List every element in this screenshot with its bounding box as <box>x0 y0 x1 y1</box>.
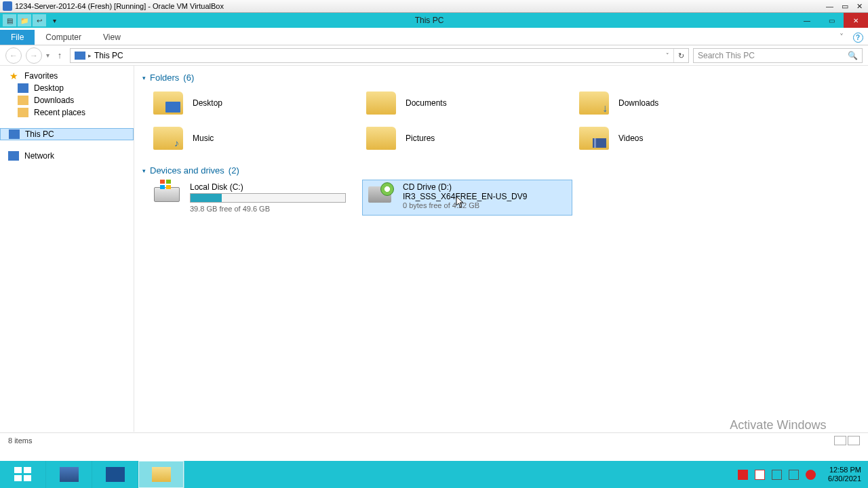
chevron-right-icon[interactable]: ▸ <box>88 52 92 59</box>
status-bar: 8 items <box>0 432 868 447</box>
folder-icon <box>578 89 610 117</box>
folder-videos[interactable]: Videos <box>575 122 785 155</box>
this-pc-icon <box>9 129 20 139</box>
tray-security-icon[interactable] <box>738 470 748 480</box>
virtualbox-window-controls: — ▭ ✕ <box>823 2 865 11</box>
maximize-button[interactable]: ▭ <box>819 13 844 28</box>
qat-newfolder-button[interactable]: 📁 <box>18 14 31 26</box>
forward-button[interactable]: → <box>26 47 42 64</box>
folder-icon <box>152 125 184 152</box>
minimize-button[interactable]: — <box>795 13 819 28</box>
qat-customize-button[interactable]: ▾ <box>47 14 61 26</box>
server-manager-icon <box>60 467 79 482</box>
folder-downloads[interactable]: Downloads <box>575 87 785 119</box>
clock-date: 6/30/2021 <box>828 474 861 483</box>
tray-network-icon[interactable] <box>789 470 799 480</box>
navigation-pane: ★ Favorites Desktop Downloads Recent pla… <box>0 66 134 432</box>
drive-label: CD Drive (D:)IR3_SSS_X64FREE_EN-US_DV90 … <box>403 182 570 209</box>
search-icon: 🔍 <box>848 51 858 60</box>
sidebar-item-network[interactable]: Network <box>0 150 134 162</box>
drive-label: Local Disk (C:)39.8 GB free of 49.6 GB <box>190 182 357 213</box>
sidebar-item-desktop[interactable]: Desktop <box>0 82 134 94</box>
group-count: (6) <box>183 73 194 83</box>
vb-close-button[interactable]: ✕ <box>856 2 863 11</box>
ribbon-expand-button[interactable]: ˅ <box>835 31 848 43</box>
drive-icon <box>152 182 182 207</box>
taskbar-server-manager[interactable] <box>46 461 92 488</box>
folder-label: Pictures <box>406 134 435 143</box>
drives-grid: Local Disk (C:)39.8 GB free of 49.6 GBCD… <box>141 178 861 222</box>
tab-file[interactable]: File <box>0 30 35 45</box>
explorer-titlebar: ▤ 📁 ↩ ▾ This PC — ▭ ✕ <box>0 13 868 28</box>
breadcrumb-this-pc[interactable]: This PC <box>94 51 123 60</box>
folder-desktop[interactable]: Desktop <box>149 87 359 119</box>
sidebar-item-label: Recent places <box>34 108 85 117</box>
sidebar-item-label: Downloads <box>34 96 74 105</box>
qat-undo-button[interactable]: ↩ <box>33 14 46 26</box>
start-button[interactable] <box>0 461 46 488</box>
up-button[interactable]: ↑ <box>54 50 66 60</box>
group-header-folders[interactable]: ▾ Folders (6) <box>141 68 861 85</box>
content-pane[interactable]: ▾ Folders (6) DesktopDocumentsDownloadsM… <box>134 66 868 432</box>
main-pane: ★ Favorites Desktop Downloads Recent pla… <box>0 66 868 432</box>
sidebar-item-label: This PC <box>25 129 54 139</box>
tab-computer[interactable]: Computer <box>35 30 92 45</box>
folder-icon <box>365 125 397 152</box>
folder-documents[interactable]: Documents <box>362 87 572 119</box>
desktop-icon <box>18 83 28 93</box>
address-dropdown-button[interactable]: ˅ <box>662 52 673 59</box>
folder-label: Documents <box>406 98 447 108</box>
folder-icon <box>365 89 397 117</box>
folders-grid: DesktopDocumentsDownloadsMusicPicturesVi… <box>141 85 861 161</box>
search-placeholder: Search This PC <box>698 51 755 60</box>
folder-label: Music <box>193 134 214 143</box>
sidebar-item-this-pc[interactable]: This PC <box>0 128 134 140</box>
qat-properties-button[interactable]: ▤ <box>3 14 16 26</box>
tray-volume-icon[interactable] <box>806 470 816 480</box>
refresh-button[interactable]: ↻ <box>673 49 688 62</box>
drive-icon <box>365 182 395 207</box>
star-icon: ★ <box>8 71 19 81</box>
address-bar[interactable]: ▸ This PC ˅ ↻ <box>70 48 689 63</box>
virtualbox-icon <box>3 1 12 11</box>
sidebar-favorites[interactable]: ★ Favorites <box>0 70 134 82</box>
tray-server-icon[interactable] <box>772 470 782 480</box>
taskbar-clock[interactable]: 12:58 PM 6/30/2021 <box>823 466 867 483</box>
view-tiles-button[interactable] <box>848 436 860 445</box>
ribbon-tabs: File Computer View ˅ ? <box>0 28 868 45</box>
close-button[interactable]: ✕ <box>844 13 868 28</box>
drive-item[interactable]: CD Drive (D:)IR3_SSS_X64FREE_EN-US_DV90 … <box>362 180 572 216</box>
navigation-bar: ← → ▾ ↑ ▸ This PC ˅ ↻ Search This PC 🔍 <box>0 45 868 66</box>
powershell-icon <box>106 467 125 482</box>
this-pc-icon <box>75 52 85 60</box>
collapse-icon: ▾ <box>142 167 146 174</box>
folder-icon <box>18 96 28 105</box>
folder-pictures[interactable]: Pictures <box>362 122 572 155</box>
collapse-icon: ▾ <box>142 75 146 81</box>
sidebar-favorites-label: Favorites <box>24 71 58 81</box>
folder-music[interactable]: Music <box>149 122 359 155</box>
search-input[interactable]: Search This PC 🔍 <box>693 48 863 63</box>
drive-item[interactable]: Local Disk (C:)39.8 GB free of 49.6 GB <box>149 180 359 216</box>
group-header-drives[interactable]: ▾ Devices and drives (2) <box>141 161 861 178</box>
group-count: (2) <box>229 165 239 176</box>
clock-time: 12:58 PM <box>828 466 861 474</box>
view-details-button[interactable] <box>834 436 846 445</box>
folder-icon <box>578 125 610 152</box>
taskbar-file-explorer[interactable] <box>138 461 184 488</box>
status-item-count: 8 items <box>8 436 32 445</box>
sidebar-item-recent-places[interactable]: Recent places <box>0 106 134 119</box>
sidebar-item-downloads[interactable]: Downloads <box>0 94 134 106</box>
tray-flag-icon[interactable] <box>755 470 765 480</box>
system-tray: 12:58 PM 6/30/2021 <box>731 461 868 488</box>
tab-view[interactable]: View <box>92 30 132 45</box>
vb-maximize-button[interactable]: ▭ <box>842 2 848 11</box>
window-title: This PC <box>64 16 795 25</box>
folder-label: Videos <box>618 134 643 143</box>
vb-minimize-button[interactable]: — <box>826 2 833 11</box>
help-button[interactable]: ? <box>852 31 864 43</box>
taskbar-powershell[interactable] <box>92 461 138 488</box>
recent-locations-button[interactable]: ▾ <box>46 52 50 59</box>
back-button[interactable]: ← <box>5 47 22 64</box>
view-switcher <box>834 436 860 445</box>
